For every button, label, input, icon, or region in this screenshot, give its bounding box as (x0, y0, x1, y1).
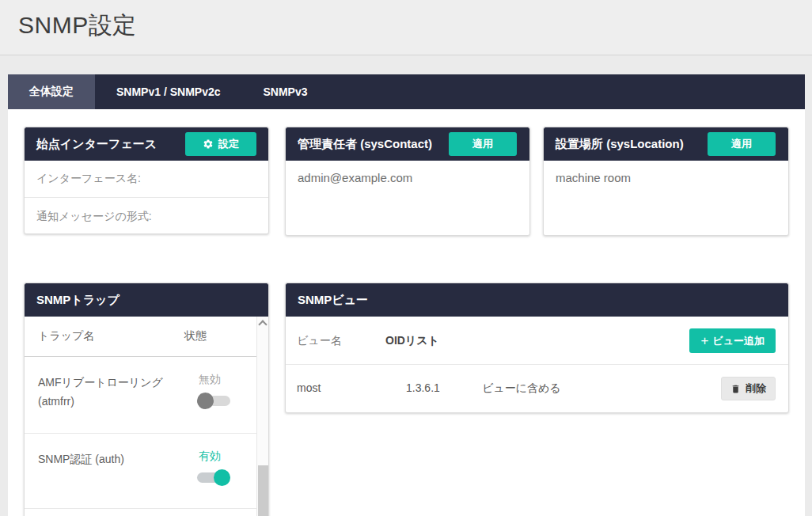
card-sys-location-title: 設置場所 (sysLocation) (556, 137, 684, 152)
view-col-name: ビュー名 (297, 334, 342, 348)
view-oid-cell: 1.3.6.1 (406, 381, 440, 394)
card-sys-contact-header: 管理責任者 (sysContact) 適用 (286, 127, 529, 161)
trap-row-auth: SNMP認証 (auth) 有効 (25, 434, 256, 509)
add-view-button-label: ビュー追加 (712, 334, 765, 348)
trap-col-status: 状態 (184, 329, 207, 343)
trap-toggle-atmfrr[interactable] (197, 396, 230, 406)
view-column-header: ビュー名 OIDリスト + ビュー追加 (286, 317, 788, 365)
card-sys-location: 設置場所 (sysLocation) 適用 (543, 127, 789, 236)
card-snmp-view-title: SNMPビュー (298, 293, 368, 308)
trap-list: トラップ名 状態 AMFリブートローリング (atmfrr) 無効 SNMP認証… (25, 317, 256, 516)
toggle-knob (214, 469, 230, 486)
tab-snmpv3[interactable]: SNMPv3 (242, 74, 329, 109)
apply-location-button[interactable]: 適用 (708, 132, 776, 156)
scrollbar-thumb[interactable] (258, 465, 268, 516)
trap-row-atmfrr: AMFリブートローリング (atmfrr) 無効 (25, 357, 256, 434)
sys-contact-input[interactable] (298, 171, 511, 184)
trap-name: AMFリブートローリング (atmfrr) (38, 373, 180, 411)
trap-name: SNMP認証 (auth) (38, 450, 180, 469)
apply-contact-button[interactable]: 適用 (449, 132, 517, 156)
card-source-interface: 始点インターフェース 設定 インターフェース名: 通知メッセージの形式: (24, 127, 269, 234)
sys-location-input[interactable] (556, 171, 769, 184)
card-sys-contact-body (286, 161, 529, 195)
view-name-cell: most (297, 381, 321, 394)
settings-button[interactable]: 設定 (185, 132, 256, 156)
tab-snmpv1-v2c[interactable]: SNMPv1 / SNMPv2c (95, 74, 242, 109)
trap-row-peek (25, 509, 256, 516)
card-snmp-trap-title: SNMPトラップ (36, 293, 120, 308)
toggle-knob (197, 393, 214, 409)
content-panel: 全体設定 SNMPv1 / SNMPv2c SNMPv3 始点インターフェース … (8, 74, 805, 516)
add-view-button[interactable]: + ビュー追加 (689, 328, 776, 353)
card-sys-location-header: 設置場所 (sysLocation) 適用 (544, 127, 788, 161)
card-source-interface-header: 始点インターフェース 設定 (25, 127, 268, 161)
view-col-oid: OIDリスト (385, 334, 439, 348)
delete-view-button-label: 削除 (746, 381, 766, 396)
tab-bar: 全体設定 SNMPv1 / SNMPv2c SNMPv3 (8, 74, 805, 109)
delete-view-button[interactable]: 削除 (721, 377, 776, 400)
card-sys-contact-title: 管理責任者 (sysContact) (298, 137, 432, 152)
card-sys-location-body (544, 161, 788, 195)
card-snmp-view: SNMPビュー ビュー名 OIDリスト + ビュー追加 most 1.3.6.1… (285, 283, 789, 413)
trap-column-header: トラップ名 状態 (25, 317, 256, 357)
page-title: SNMP設定 (18, 9, 137, 42)
card-source-interface-title: 始点インターフェース (36, 137, 157, 152)
trap-list-scrollbar[interactable] (256, 317, 268, 516)
card-snmp-trap: SNMPトラップ トラップ名 状態 AMFリブートローリング (atmfrr) … (24, 283, 269, 516)
card-snmp-trap-header: SNMPトラップ (25, 283, 268, 317)
page-header: SNMP設定 (0, 0, 812, 55)
gear-icon (203, 138, 214, 150)
scroll-up-button[interactable] (257, 317, 268, 329)
chevron-up-icon (258, 320, 267, 328)
view-row-most: most 1.3.6.1 ビューに含める 削除 (286, 365, 788, 413)
trash-icon (730, 384, 741, 394)
trap-status-label: 有効 (199, 450, 221, 464)
trap-col-name: トラップ名 (38, 329, 94, 343)
trap-toggle-auth[interactable] (197, 472, 230, 483)
page-root: { "page": { "title": "SNMP設定" }, "tabs":… (0, 0, 812, 516)
view-mode-cell: ビューに含める (482, 381, 561, 396)
card-sys-contact: 管理責任者 (sysContact) 適用 (285, 127, 530, 236)
card-snmp-view-header: SNMPビュー (286, 283, 788, 317)
settings-button-label: 設定 (218, 137, 239, 151)
plus-icon: + (700, 334, 708, 347)
interface-name-row: インターフェース名: (25, 161, 268, 198)
notify-format-row: 通知メッセージの形式: (25, 198, 268, 234)
trap-status-label: 無効 (199, 373, 221, 387)
tab-overall-settings[interactable]: 全体設定 (8, 74, 95, 109)
